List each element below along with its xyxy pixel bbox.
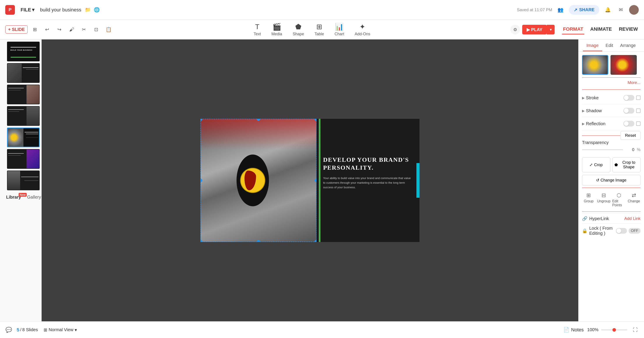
crop-icon: ⤢: [590, 162, 593, 167]
change-image-button[interactable]: ↺ Change Image: [582, 175, 640, 185]
divider-2: [582, 89, 640, 90]
play-button[interactable]: ▶ PLAY: [522, 25, 547, 35]
lock-row: 🔒 Lock ( From Editing ) OFF: [582, 223, 640, 238]
file-menu-button[interactable]: FILE ▾: [18, 6, 36, 14]
change-label: Change: [628, 199, 640, 203]
slide-text-area[interactable]: DEVELOP YOUR BRAND'S PERSONALITY. Your a…: [323, 156, 411, 190]
stroke-checkbox[interactable]: [636, 96, 640, 100]
slide-row-6: 6: [2, 149, 40, 169]
table-tool-label: Table: [314, 32, 324, 36]
divider-4: [582, 188, 640, 188]
slide-row-2: 2: [2, 63, 40, 83]
change-item[interactable]: ⇄ Change: [627, 192, 640, 207]
slide-counter: 5 / 8 Slides: [17, 327, 38, 333]
reflection-section: ▶ Reflection: [582, 117, 640, 130]
message-icon[interactable]: ✉: [616, 5, 626, 15]
ungroup-item[interactable]: ⊟ Ungroup: [597, 192, 610, 207]
notes-button[interactable]: 📄 Notes: [564, 327, 584, 333]
stroke-chevron[interactable]: ▶: [582, 96, 585, 100]
green-accent-bar: [319, 119, 320, 242]
chat-icon[interactable]: 💬: [4, 325, 13, 334]
paint-format-button[interactable]: 🖌: [66, 25, 77, 35]
reflection-checkbox[interactable]: [636, 121, 640, 126]
add-link-button[interactable]: Add Link: [624, 216, 640, 221]
slide-row-5: 5: [2, 128, 40, 147]
shadow-toggle[interactable]: [624, 108, 634, 114]
shadow-section: ▶ Shadow: [582, 104, 640, 117]
view-toggle-button[interactable]: ⊞ Normal View ▾: [42, 326, 79, 334]
image-icon-grid: ⊞ Group ⊟ Ungroup ⬡ Edit Points ⇄ Change: [582, 190, 640, 210]
reflection-label: ▶ Reflection: [582, 121, 606, 126]
shadow-toggle-group: [624, 108, 640, 114]
link-icon: 🔗: [582, 216, 588, 221]
slide-thumb-1[interactable]: BUILD YOUR BUSINESS: [7, 42, 40, 61]
group-label: Group: [584, 199, 594, 203]
crop-to-shape-button[interactable]: ⬟ Crop to Shape: [612, 157, 641, 172]
view-toggle-icon[interactable]: ⊞: [30, 25, 40, 35]
slide-thumb-3[interactable]: [7, 85, 40, 104]
tab-image[interactable]: Image: [583, 40, 602, 51]
settings-button[interactable]: ⚙: [510, 25, 520, 35]
lock-toggle[interactable]: [616, 228, 627, 234]
stroke-toggle[interactable]: [624, 95, 634, 101]
add-slide-button[interactable]: + SLIDE: [5, 26, 28, 34]
slide-thumb-2[interactable]: [7, 63, 40, 83]
slide-thumb-7[interactable]: [7, 171, 40, 190]
edit-points-item[interactable]: ⬡ Edit Points: [612, 192, 626, 207]
image-element[interactable]: [200, 119, 316, 242]
ungroup-icon: ⊟: [602, 192, 606, 198]
shadow-chevron[interactable]: ▶: [582, 109, 585, 113]
gallery-button[interactable]: Gallery: [26, 194, 42, 201]
group-item[interactable]: ⊞ Group: [582, 192, 595, 207]
tab-edit[interactable]: Edit: [602, 40, 616, 51]
tab-review[interactable]: REVIEW: [618, 25, 639, 35]
notification-icon[interactable]: 🔔: [603, 5, 612, 15]
undo-button[interactable]: ↩: [42, 25, 52, 35]
zoom-knob[interactable]: [612, 328, 616, 332]
crop-shape-icon: ⬟: [614, 162, 618, 167]
tab-animate[interactable]: ANIMATE: [590, 25, 613, 35]
view-chevron-icon: ▾: [75, 327, 77, 332]
slide-thumb-4[interactable]: [7, 106, 40, 126]
media-tool[interactable]: 🎬 Media: [272, 23, 282, 36]
slide-thumb-5[interactable]: [7, 128, 40, 147]
tab-format[interactable]: FORMAT: [562, 25, 584, 35]
text-tool[interactable]: T Text: [254, 23, 261, 36]
shadow-toggle-knob: [624, 108, 629, 113]
copy-button[interactable]: ⊡: [91, 25, 101, 35]
play-dropdown-button[interactable]: ▾: [547, 25, 555, 35]
main-content: 1 BUILD YOUR BUSINESS 2 3: [0, 40, 644, 321]
crop-button[interactable]: ⤢ Crop: [582, 157, 610, 172]
reflection-toggle[interactable]: [624, 121, 634, 127]
library-button[interactable]: Library New: [5, 194, 22, 201]
shadow-checkbox[interactable]: [636, 109, 640, 113]
reset-button[interactable]: Reset: [620, 131, 640, 140]
paste-button[interactable]: 📋: [104, 25, 114, 35]
panel-tabs: Image Edit Arrange: [578, 40, 644, 52]
save-status: Saved at 11:07 PM: [517, 8, 552, 12]
folder-icon[interactable]: 📁: [85, 7, 91, 13]
transparency-slider[interactable]: [582, 149, 623, 150]
zoom-slider[interactable]: [601, 329, 627, 330]
tab-arrange[interactable]: Arrange: [616, 40, 639, 51]
total-slides-label: 8 Slides: [22, 327, 38, 332]
user-avatar[interactable]: [629, 5, 639, 15]
reflection-chevron[interactable]: ▶: [582, 122, 585, 126]
slide-thumb-6[interactable]: [7, 149, 40, 169]
image-thumb-1[interactable]: [582, 55, 608, 75]
table-tool[interactable]: ⊞ Table: [314, 23, 324, 36]
collab-icon[interactable]: 👥: [556, 5, 565, 15]
globe-icon[interactable]: 🌐: [94, 7, 100, 13]
addons-tool[interactable]: ✦ Add-Ons: [355, 23, 370, 36]
divider-5: [582, 211, 640, 212]
image-thumb-2[interactable]: [610, 55, 637, 75]
zoom-value-label: 100%: [587, 327, 598, 332]
shape-tool[interactable]: ⬟ Shape: [293, 23, 304, 36]
redo-button[interactable]: ↪: [54, 25, 64, 35]
share-button[interactable]: ↗ SHARE: [569, 5, 599, 15]
chart-tool[interactable]: 📊 Chart: [334, 23, 344, 36]
more-link[interactable]: More...: [582, 79, 640, 88]
slide-canvas[interactable]: DEVELOP YOUR BRAND'S PERSONALITY. Your a…: [200, 119, 420, 242]
scissors-button[interactable]: ✂: [79, 25, 89, 35]
fullscreen-button[interactable]: ⛶: [631, 325, 640, 334]
